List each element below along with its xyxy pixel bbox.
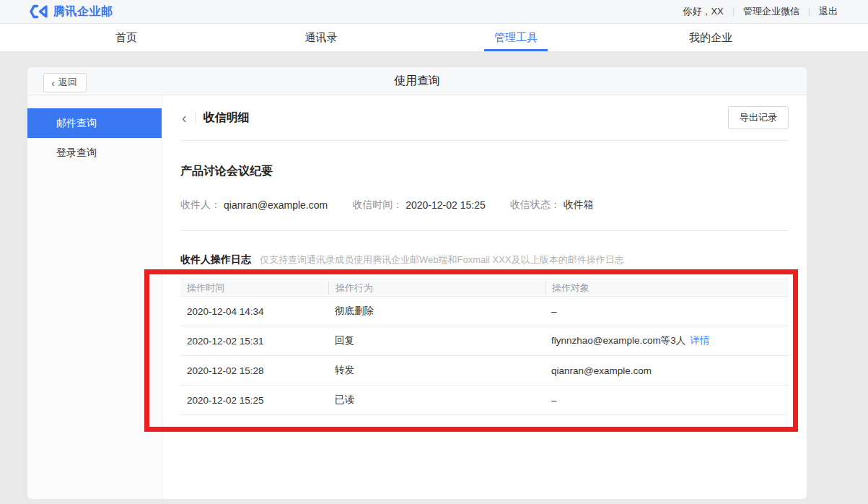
section-divider	[180, 230, 789, 231]
cell-operation-time: 2020-12-02 15:28	[180, 365, 328, 376]
cell-operation-action: 已读	[328, 394, 545, 407]
table-row: 2020-12-04 14:34彻底删除–	[180, 297, 789, 326]
mail-meta-row: 收件人： qianran@example.com 收信时间： 2020-12-0…	[180, 199, 789, 212]
column-header-target: 操作对象	[545, 282, 789, 295]
log-section-header: 收件人操作日志 仅支持查询通讯录成员使用腾讯企业邮Web端和Foxmail XX…	[180, 253, 789, 266]
cell-operation-time: 2020-12-02 15:25	[180, 395, 328, 406]
cell-operation-target: –	[545, 306, 789, 317]
detail-title: 收信明细	[203, 110, 250, 126]
return-button-label: 返回	[58, 76, 77, 89]
tab-contacts-label: 通讯录	[305, 31, 338, 45]
meta-label: 收件人：	[180, 199, 221, 212]
cell-operation-action: 转发	[328, 364, 545, 377]
operation-log-table: 操作时间 操作行为 操作对象 2020-12-04 14:34彻底删除–2020…	[180, 279, 789, 415]
meta-value: 收件箱	[564, 199, 594, 212]
table-row: 2020-12-02 15:31回复flynnzhao@example.com等…	[180, 326, 789, 356]
topbar: 腾讯企业邮 你好，XX | 管理企业微信 | 退出	[0, 0, 868, 24]
cell-operation-target: –	[545, 395, 789, 406]
logo-text: 腾讯企业邮	[53, 4, 113, 19]
detail-content: ‹ 收信明细 导出记录 产品讨论会议纪要 收件人： qianran@exampl…	[162, 95, 807, 498]
sidebar-item-mail-query[interactable]: 邮件查询	[27, 108, 162, 138]
tab-contacts[interactable]: 通讯录	[224, 24, 418, 51]
cell-operation-time: 2020-12-02 15:31	[180, 336, 328, 347]
return-button[interactable]: ‹ 返回	[43, 73, 87, 92]
back-chevron-icon[interactable]: ‹	[180, 110, 188, 125]
exmail-logo-icon	[29, 4, 48, 19]
tab-my-company-label: 我的企业	[689, 31, 732, 45]
usage-query-header: ‹ 返回 使用查询	[27, 67, 807, 95]
meta-receive-status: 收信状态： 收件箱	[510, 199, 594, 212]
tab-home-label: 首页	[115, 31, 137, 45]
page-title: 使用查询	[27, 74, 807, 89]
meta-receive-time: 收信时间： 2020-12-02 15:25	[352, 199, 486, 212]
main-nav: 首页 通讯录 管理工具 我的企业	[0, 24, 868, 52]
query-sidebar: 邮件查询 登录查询	[27, 95, 162, 498]
cell-operation-time: 2020-12-04 14:34	[180, 306, 328, 317]
main-nav-tabs: 首页 通讯录 管理工具 我的企业	[29, 24, 808, 51]
usage-query-panel: ‹ 返回 使用查询 邮件查询 登录查询 ‹ 收信明细 导出记录	[27, 67, 807, 499]
cell-operation-action: 彻底删除	[328, 305, 545, 318]
chevron-left-icon: ‹	[51, 77, 55, 88]
tab-my-company[interactable]: 我的企业	[613, 24, 808, 51]
logout-link[interactable]: 退出	[819, 5, 838, 18]
meta-label: 收信时间：	[352, 199, 403, 212]
export-records-button[interactable]: 导出记录	[728, 106, 789, 129]
cell-operation-action: 回复	[328, 334, 545, 347]
separator: |	[808, 6, 810, 17]
detail-link[interactable]: 详情	[690, 335, 709, 346]
sidebar-item-login-query[interactable]: 登录查询	[27, 138, 162, 168]
vertical-divider	[196, 112, 196, 123]
table-row: 2020-12-02 15:25已读–	[180, 386, 789, 415]
log-section-title: 收件人操作日志	[180, 253, 251, 266]
table-row: 2020-12-02 15:28转发qianran@example.com	[180, 356, 789, 386]
log-table-body: 2020-12-04 14:34彻底删除–2020-12-02 15:31回复f…	[180, 297, 789, 415]
mail-subject: 产品讨论会议纪要	[180, 164, 789, 179]
greeting-text: 你好，XX	[683, 5, 723, 18]
column-header-action: 操作行为	[328, 282, 545, 295]
column-header-time: 操作时间	[180, 282, 328, 295]
tab-home[interactable]: 首页	[29, 24, 224, 51]
meta-recipient: 收件人： qianran@example.com	[180, 199, 328, 212]
topbar-right: 你好，XX | 管理企业微信 | 退出	[683, 5, 838, 18]
cell-operation-target: flynnzhao@example.com等3人详情	[545, 334, 789, 347]
meta-label: 收信状态：	[510, 199, 561, 212]
app-logo[interactable]: 腾讯企业邮	[29, 4, 113, 19]
meta-value: qianran@example.com	[224, 199, 328, 211]
detail-header: ‹ 收信明细 导出记录	[180, 95, 789, 141]
manage-wecom-link[interactable]: 管理企业微信	[743, 5, 799, 18]
sidebar-item-label: 登录查询	[56, 147, 97, 160]
log-section-note: 仅支持查询通讯录成员使用腾讯企业邮Web端和Foxmail XXX及以上版本的邮…	[260, 253, 624, 266]
sidebar-item-label: 邮件查询	[56, 117, 97, 130]
table-header-row: 操作时间 操作行为 操作对象	[180, 279, 789, 297]
active-tab-underline	[484, 49, 548, 51]
tab-admin-tools-label: 管理工具	[494, 31, 538, 45]
separator: |	[732, 6, 735, 17]
cell-operation-target: qianran@example.com	[545, 365, 789, 376]
tab-admin-tools[interactable]: 管理工具	[418, 24, 613, 51]
meta-value: 2020-12-02 15:25	[405, 199, 486, 211]
